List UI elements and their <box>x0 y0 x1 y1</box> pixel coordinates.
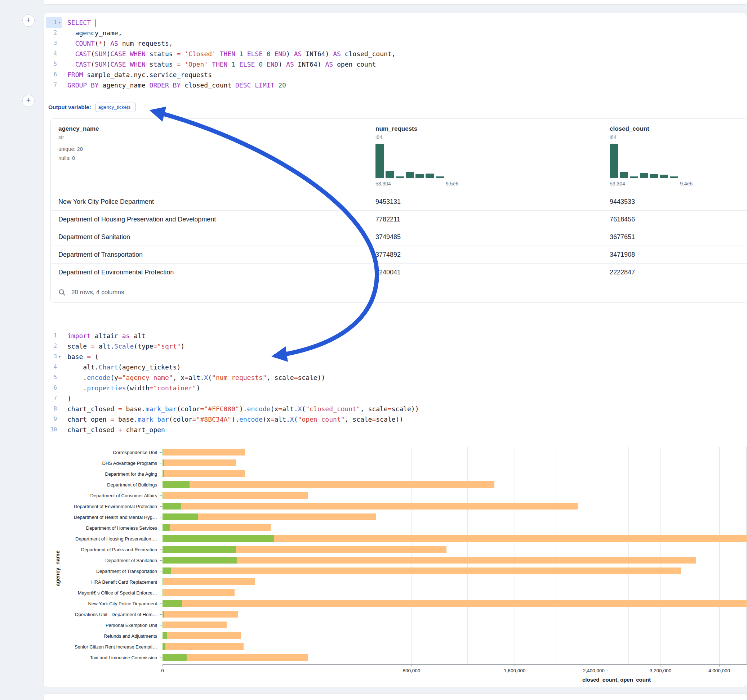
line-gutter: 1▾ <box>46 17 62 28</box>
column-histogram <box>375 144 444 178</box>
token: AS <box>110 39 118 47</box>
table-row[interactable]: Department of Housing Preservation and D… <box>51 210 747 228</box>
code-text[interactable]: SELECT <box>62 17 95 28</box>
gridline <box>746 447 747 664</box>
code-line: 9chart_open = base.mark_bar(color="#8BC3… <box>44 414 419 424</box>
token: CASE <box>110 60 126 68</box>
token: chart_closed <box>67 426 118 433</box>
search-icon[interactable] <box>58 289 66 296</box>
token: as <box>122 332 130 339</box>
table-cell: 3677651 <box>610 228 635 246</box>
code-text[interactable]: GROUP BY agency_name ORDER BY closed_cou… <box>62 80 286 91</box>
code-text[interactable]: chart_open = base.mark_bar(color="#8BC34… <box>62 414 403 424</box>
code-text[interactable]: import altair as alt <box>62 330 145 341</box>
bar-open <box>163 503 181 510</box>
add-block-button[interactable]: + <box>22 95 35 107</box>
token: sample_data.nyc.service_requests <box>83 71 212 78</box>
token: Scale <box>114 342 134 350</box>
line-gutter: 2 <box>46 28 62 38</box>
token: . <box>67 374 87 381</box>
table-row[interactable]: Department of Sanitation37494853677651 <box>51 228 747 246</box>
code-line: 10chart_closed + chart_open <box>44 424 419 435</box>
fold-chevron-icon[interactable]: ▾ <box>57 352 62 362</box>
column-name: closed_count <box>610 125 693 133</box>
token: ( <box>106 60 110 68</box>
line-number: 7 <box>54 80 57 91</box>
token: alt. <box>282 405 298 413</box>
bar-closed <box>163 589 234 596</box>
token: = <box>118 405 122 413</box>
table-row[interactable]: Department of Environmental Protection22… <box>51 263 747 281</box>
column-header-num_requests: num_requestsi6453,3049.5e6 <box>375 125 458 187</box>
histogram-range: 53,3049.5e6 <box>375 181 458 187</box>
token: = <box>177 60 181 68</box>
code-line: 6FROM sample_data.nyc.service_requests <box>44 69 396 80</box>
gridline <box>628 447 629 664</box>
code-text[interactable]: scale = alt.Scale(type="sqrt") <box>62 341 184 352</box>
x-axis-label: 800,000 <box>403 668 420 673</box>
table-cell: 3774892 <box>375 246 401 264</box>
table-row[interactable]: Department of Transportation377489234719… <box>51 246 747 263</box>
histogram-max: 9.5e6 <box>446 181 458 187</box>
fold-chevron-icon[interactable]: ▾ <box>57 17 62 28</box>
y-axis-tick <box>160 614 162 615</box>
y-axis-tick <box>160 539 162 539</box>
token: properties <box>87 384 126 392</box>
token: altair <box>91 332 122 339</box>
token: agency_name <box>99 81 150 89</box>
code-text[interactable]: chart_closed + chart_open <box>62 424 165 435</box>
code-text[interactable]: ) <box>62 393 71 404</box>
y-axis-label: Department for the Aging <box>44 471 157 477</box>
code-line: 1import altair as alt <box>44 330 419 341</box>
token: AS <box>333 50 341 57</box>
output-variable-chip[interactable]: agency_tickets <box>95 103 136 112</box>
token: + <box>118 426 122 433</box>
code-text[interactable]: base = ( <box>62 352 99 362</box>
x-axis-tick <box>719 664 720 667</box>
code-text[interactable]: .properties(width="container") <box>62 383 200 393</box>
token: FROM <box>67 71 83 78</box>
token: CASE <box>110 50 126 57</box>
token: encode <box>247 405 271 413</box>
result-table: agency_namestrunique: 20nulls: 0num_requ… <box>50 118 747 303</box>
code-text[interactable]: CAST(SUM(CASE WHEN status = 'Closed' THE… <box>62 48 396 59</box>
code-text[interactable]: .encode(y="agency_name", x=alt.X("num_re… <box>62 372 325 383</box>
code-text[interactable]: alt.Chart(agency_tickets) <box>62 362 180 372</box>
table-cell: 7782211 <box>375 211 400 228</box>
add-block-button[interactable]: + <box>22 14 35 27</box>
x-axis-label: 4,000,000 <box>708 668 730 673</box>
bar-open <box>163 611 164 617</box>
histogram-bar <box>630 177 638 178</box>
token: , scale <box>267 374 294 381</box>
x-axis-title: closed_count, open_count <box>582 677 651 683</box>
bar-open <box>163 622 163 628</box>
token: X <box>290 416 294 423</box>
table-cell: 2240041 <box>375 264 401 281</box>
token: = <box>184 374 189 381</box>
code-text[interactable]: chart_closed = base.mark_bar(color="#FFC… <box>62 404 419 414</box>
sql-editor[interactable]: 1▾SELECT 2 agency_name,3 COUNT(*) AS num… <box>44 17 396 91</box>
histogram-bar <box>386 171 394 178</box>
y-axis-tick <box>160 495 162 496</box>
code-line: 3 COUNT(*) AS num_requests, <box>44 38 396 48</box>
token: (color <box>169 416 192 423</box>
code-text[interactable]: FROM sample_data.nyc.service_requests <box>62 69 212 80</box>
token: scale)) <box>392 405 419 413</box>
line-gutter: 3 <box>46 38 62 48</box>
table-row[interactable]: New York City Police Department945313194… <box>51 193 747 210</box>
bar-open <box>163 513 198 520</box>
token: ). <box>231 416 239 423</box>
column-header-agency_name: agency_namestrunique: 20nulls: 0 <box>58 125 99 161</box>
code-text[interactable]: agency_name, <box>62 28 122 38</box>
token: CAST <box>75 50 91 57</box>
code-text[interactable]: COUNT(*) AS num_requests, <box>62 38 173 48</box>
y-axis-tick <box>160 560 162 561</box>
line-number: 10 <box>50 424 57 435</box>
token: encode <box>239 416 263 423</box>
token: ) <box>103 39 110 47</box>
bar-open <box>163 481 189 488</box>
table-cell: 7618456 <box>610 211 635 228</box>
code-text[interactable]: CAST(SUM(CASE WHEN status = 'Open' THEN … <box>62 59 376 69</box>
token: , x <box>173 374 185 381</box>
python-editor[interactable]: 1import altair as alt2scale = alt.Scale(… <box>44 330 419 435</box>
